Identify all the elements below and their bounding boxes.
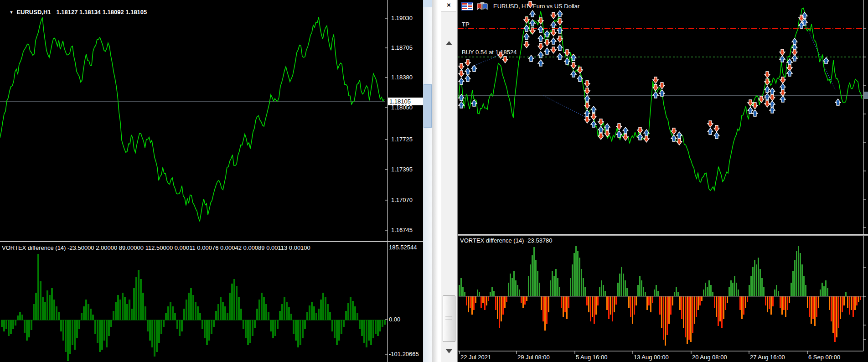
- buy-arrow-marker: [538, 26, 543, 32]
- right-histogram-bar: [701, 296, 703, 301]
- scroll-down-arrow-icon[interactable]: [446, 349, 452, 353]
- left-histogram-bar: [78, 320, 80, 329]
- left-histogram-bar: [28, 320, 30, 337]
- left-histogram-bar: [26, 320, 28, 341]
- right-histogram-bar: [683, 296, 684, 328]
- left-window-scrollbar[interactable]: [423, 0, 432, 362]
- right-histogram-bar: [708, 280, 710, 296]
- right-histogram-bar: [845, 292, 847, 296]
- right-pane-separator[interactable]: [458, 234, 868, 236]
- right-histogram-bar: [594, 296, 595, 324]
- right-histogram-bar: [614, 296, 615, 312]
- left-histogram-bar: [306, 312, 308, 320]
- sell-arrow-marker: [780, 49, 785, 56]
- left-histogram-bar: [247, 320, 249, 345]
- right-histogram-bar: [497, 296, 498, 319]
- left-histogram-bar: [208, 320, 210, 341]
- sell-arrow-marker: [459, 71, 464, 77]
- left-histogram-bar: [58, 312, 60, 320]
- right-histogram-bar: [801, 264, 803, 296]
- right-histogram-bar: [805, 285, 806, 296]
- right-histogram-bar: [790, 283, 792, 296]
- right-histogram-bar: [634, 296, 635, 315]
- right-histogram-bar: [597, 296, 599, 305]
- right-histogram-bar: [843, 296, 845, 305]
- left-histogram-bar: [375, 320, 377, 334]
- buy-arrow-marker: [591, 106, 596, 113]
- right-histogram-bar: [464, 292, 465, 296]
- left-histogram-bar: [101, 320, 103, 350]
- left-scrollbar-thumb[interactable]: [424, 84, 432, 128]
- right-histogram-bar: [508, 283, 509, 296]
- sell-arrow-marker: [551, 12, 556, 19]
- left-histogram-bar: [315, 313, 317, 320]
- right-histogram-bar: [739, 296, 741, 310]
- right-histogram-bar: [656, 285, 657, 296]
- right-histogram-bar: [493, 291, 495, 296]
- right-histogram-bar: [612, 296, 613, 321]
- left-scrollbar-top-cap[interactable]: [423, 0, 432, 7]
- buy-arrow-marker: [459, 78, 464, 84]
- left-histogram-bar: [181, 320, 183, 331]
- left-histogram-bar: [331, 320, 333, 331]
- right-histogram-bar: [499, 296, 500, 328]
- right-histogram-bar: [584, 287, 586, 296]
- buy-arrow-marker: [528, 55, 534, 62]
- right-histogram-bar: [639, 276, 641, 296]
- buy-arrow-marker: [780, 56, 785, 62]
- right-histogram-bar: [772, 296, 774, 306]
- right-histogram-bar: [745, 296, 746, 308]
- right-histogram-bar: [710, 285, 712, 296]
- left-histogram-bar: [17, 315, 19, 320]
- right-histogram-bar: [657, 291, 659, 296]
- time-axis-label: 6 Sep 00:00: [808, 354, 840, 361]
- left-histogram-bar: [197, 306, 199, 320]
- left-histogram-bar: [320, 300, 322, 320]
- left-histogram-bar: [94, 320, 96, 334]
- right-histogram-bar: [623, 274, 624, 296]
- right-histogram-bar: [643, 287, 644, 296]
- left-histogram-bar: [163, 320, 165, 327]
- depth-of-market-icon: [461, 2, 473, 10]
- left-histogram-bar: [103, 320, 105, 341]
- left-histogram-bar: [327, 304, 329, 320]
- left-histogram-bar: [51, 288, 53, 320]
- time-axis-label: 20 Aug 08:00: [692, 354, 727, 361]
- sell-arrow-marker: [524, 41, 529, 48]
- vertical-scrollbar[interactable]: ×: [441, 0, 458, 362]
- right-histogram-bar: [677, 292, 679, 296]
- left-histogram-bar: [372, 320, 374, 338]
- left-histogram-bar: [119, 300, 121, 320]
- right-histogram-bar: [601, 280, 602, 296]
- left-histogram-bar: [60, 320, 62, 331]
- scroll-up-arrow-icon[interactable]: [446, 41, 452, 45]
- left-histogram-bar: [81, 313, 83, 320]
- chart-menu-triangle-icon[interactable]: ▼: [9, 9, 13, 16]
- left-histogram-bar: [231, 284, 233, 320]
- right-histogram-bar: [774, 290, 775, 296]
- sell-arrow-marker: [765, 101, 770, 107]
- right-histogram-bar: [716, 296, 717, 317]
- left-histogram-bar: [92, 315, 94, 320]
- left-pane-separator[interactable]: [0, 241, 432, 242]
- left-histogram-bar: [202, 320, 203, 329]
- right-histogram-bar: [714, 296, 715, 308]
- sell-arrow-marker: [644, 136, 649, 142]
- right-histogram-bar: [502, 296, 504, 315]
- right-histogram-bar: [858, 296, 859, 302]
- right-histogram-bar: [765, 296, 766, 305]
- left-histogram-bar: [131, 309, 133, 320]
- right-price-line-chart: [459, 8, 862, 191]
- left-histogram-bar: [8, 320, 10, 336]
- right-histogram-bar: [783, 296, 785, 310]
- left-histogram-bar: [158, 320, 160, 343]
- left-histogram-bar: [281, 304, 283, 320]
- left-histogram-bar: [334, 320, 336, 338]
- left-histogram-bar: [31, 320, 32, 330]
- scrollbar-thumb[interactable]: [443, 295, 455, 342]
- close-button[interactable]: ×: [441, 0, 456, 11]
- right-histogram-bar: [586, 296, 588, 305]
- left-histogram-bar: [347, 303, 349, 320]
- left-histogram-bar: [238, 297, 240, 320]
- left-histogram-bar: [302, 320, 304, 338]
